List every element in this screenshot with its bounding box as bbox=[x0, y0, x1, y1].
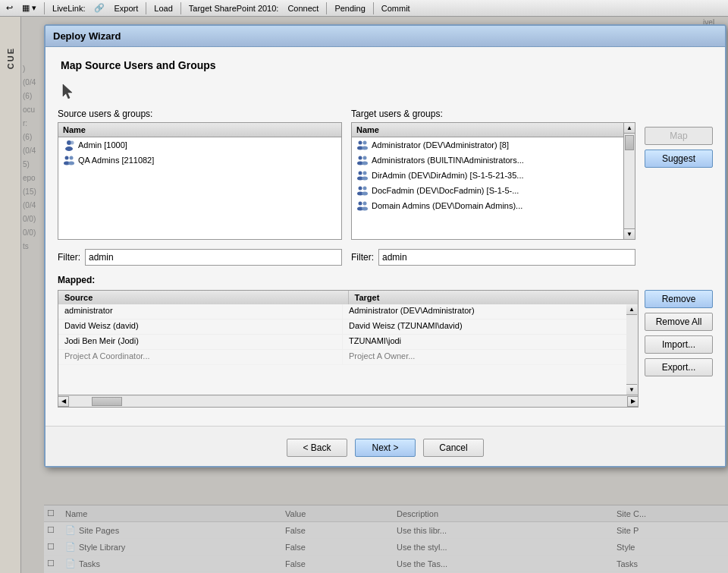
svg-point-10 bbox=[363, 141, 367, 145]
connect-button[interactable]: Connect bbox=[284, 3, 322, 14]
pending-button[interactable]: Pending bbox=[331, 3, 368, 14]
main-area: iveL itle nnou alen usto nks hare ) (0/4… bbox=[21, 17, 728, 573]
scroll-track bbox=[624, 134, 635, 228]
toolbar: ↩ ▦ ▾ LiveLink: 🔗 Export Load Target Sha… bbox=[0, 0, 728, 17]
import-button[interactable]: Import... bbox=[645, 335, 713, 354]
svg-point-23 bbox=[362, 192, 368, 196]
back-button[interactable]: < Back bbox=[287, 439, 347, 457]
left-sidebar: CUE bbox=[0, 17, 21, 573]
target-listbox[interactable]: Name Administrator (DEV\Administrator) [… bbox=[351, 122, 623, 240]
horiz-scroll-thumb[interactable] bbox=[92, 397, 122, 406]
dialog-title: Deploy Wizard bbox=[53, 30, 121, 42]
svg-point-14 bbox=[363, 156, 367, 160]
svg-point-2 bbox=[65, 146, 73, 151]
svg-point-19 bbox=[362, 177, 368, 181]
list-item[interactable]: DirAdmin (DEV\DirAdmin) [S-1-5-21-35... bbox=[352, 168, 623, 183]
remove-button[interactable]: Remove bbox=[645, 290, 713, 308]
livelink-icon-btn[interactable]: 🔗 bbox=[91, 2, 108, 14]
remove-all-button[interactable]: Remove All bbox=[645, 313, 713, 331]
mapped-target-1: David Weisz (TZUNAMI\david) bbox=[343, 320, 626, 334]
svg-point-16 bbox=[359, 172, 362, 175]
dialog-body: Map Source Users and Groups Source users… bbox=[46, 47, 725, 426]
right-action-buttons: Remove Remove All Import... Export... bbox=[645, 290, 713, 408]
undo-button[interactable]: ↩ bbox=[3, 2, 16, 14]
source-listbox[interactable]: Name Admin [1000] bbox=[58, 122, 342, 240]
suggest-button[interactable]: Suggest bbox=[645, 150, 713, 168]
scroll-up-btn[interactable]: ▲ bbox=[624, 123, 635, 134]
mapped-header-target: Target bbox=[349, 291, 639, 304]
livelink-label: LiveLink: bbox=[49, 3, 88, 14]
mapped-row[interactable]: David Weisz (david) David Weisz (TZUNAMI… bbox=[58, 320, 626, 335]
grid-button[interactable]: ▦ ▾ bbox=[19, 2, 39, 14]
target-filter-label: Filter: bbox=[351, 252, 374, 263]
toolbar-separator-1 bbox=[44, 2, 45, 14]
toolbar-separator-3 bbox=[180, 2, 181, 14]
list-item[interactable]: DocFadmin (DEV\DocFadmin) [S-1-5-... bbox=[352, 183, 623, 198]
mapped-scroll-up[interactable]: ▲ bbox=[626, 304, 637, 315]
toolbar-separator-2 bbox=[146, 2, 146, 14]
source-filter-group: Filter: bbox=[58, 249, 342, 266]
cancel-button[interactable]: Cancel bbox=[423, 439, 484, 457]
mapped-section: Mapped: Source Target admin bbox=[58, 275, 713, 408]
mapped-table-wrapper: Source Target administrator Administrato… bbox=[58, 290, 639, 408]
mapped-scrollbar[interactable]: ▲ ▼ bbox=[626, 304, 639, 395]
horiz-scroll-left[interactable]: ◀ bbox=[58, 396, 69, 407]
list-item[interactable]: Administrator (DEV\Administrator) [8] bbox=[352, 137, 623, 153]
export-button-mapped[interactable]: Export... bbox=[645, 358, 713, 376]
svg-point-27 bbox=[362, 207, 368, 211]
target-filter-group: Filter: bbox=[351, 249, 635, 266]
svg-point-20 bbox=[359, 187, 362, 190]
mapped-row[interactable]: Project A Coordinator... Project A Owner… bbox=[58, 350, 626, 365]
mapped-horiz-scroll[interactable]: ◀ ▶ bbox=[58, 395, 639, 408]
list-item[interactable]: QA Admins [211082] bbox=[58, 153, 341, 168]
map-button[interactable]: Map bbox=[645, 127, 713, 145]
mapped-row[interactable]: administrator Administrator (DEV\Adminis… bbox=[58, 304, 626, 320]
target-header: Name bbox=[352, 123, 623, 137]
svg-point-15 bbox=[362, 162, 368, 165]
svg-marker-0 bbox=[63, 84, 72, 99]
target-item-2-name: DirAdmin (DEV\DirAdmin) [S-1-5-21-35... bbox=[372, 171, 524, 180]
scroll-thumb[interactable] bbox=[625, 135, 634, 150]
svg-point-7 bbox=[68, 162, 74, 165]
mapped-source-0: administrator bbox=[58, 304, 343, 319]
horiz-scroll-track bbox=[69, 396, 627, 407]
scroll-down-btn[interactable]: ▼ bbox=[624, 228, 635, 239]
dialog-overlay: Deploy Wizard Map Source Users and Group… bbox=[21, 17, 728, 573]
target-label: Target SharePoint 2010: bbox=[186, 3, 282, 14]
source-item-1-name: QA Admins [211082] bbox=[78, 156, 154, 165]
list-item[interactable]: Administrators (BUILTIN\Administrators..… bbox=[352, 153, 623, 168]
target-item-4-name: Domain Admins (DEV\Domain Admins)... bbox=[372, 201, 522, 210]
mapped-scroll-down[interactable]: ▼ bbox=[626, 384, 637, 395]
mapped-source-1: David Weisz (david) bbox=[58, 320, 343, 334]
filter-row: Filter: Filter: bbox=[58, 249, 713, 266]
source-filter-input[interactable] bbox=[85, 249, 342, 266]
svg-point-8 bbox=[359, 141, 362, 145]
dialog-footer: < Back Next > Cancel bbox=[46, 426, 725, 466]
horiz-scroll-right[interactable]: ▶ bbox=[627, 396, 638, 407]
export-button[interactable]: Export bbox=[111, 3, 141, 14]
group-icon bbox=[356, 200, 369, 212]
list-item[interactable]: Admin [1000] bbox=[58, 137, 341, 153]
svg-point-4 bbox=[65, 156, 69, 160]
toolbar-separator-5 bbox=[373, 2, 374, 14]
next-button[interactable]: Next > bbox=[355, 439, 416, 457]
svg-point-11 bbox=[362, 146, 368, 150]
target-item-3-name: DocFadmin (DEV\DocFadmin) [S-1-5-... bbox=[372, 186, 519, 195]
section-title: Map Source Users and Groups bbox=[58, 59, 713, 71]
commit-button[interactable]: Commit bbox=[378, 3, 413, 14]
livelink-text: LiveLink: bbox=[52, 4, 85, 13]
user-icon bbox=[63, 139, 75, 151]
target-column: Target users & groups: Name bbox=[351, 109, 635, 240]
mapped-row[interactable]: Jodi Ben Meir (Jodi) TZUNAMI\jodi bbox=[58, 335, 626, 350]
mapped-target-2: TZUNAMI\jodi bbox=[343, 335, 626, 349]
load-button[interactable]: Load bbox=[151, 3, 175, 14]
list-item[interactable]: Domain Admins (DEV\Domain Admins)... bbox=[352, 198, 623, 213]
mapped-header: Source Target bbox=[58, 290, 639, 304]
source-label: Source users & groups: bbox=[58, 109, 342, 119]
target-item-0-name: Administrator (DEV\Administrator) [8] bbox=[372, 140, 509, 150]
group-icon bbox=[63, 154, 75, 166]
mapped-rows-container: administrator Administrator (DEV\Adminis… bbox=[58, 304, 626, 395]
target-scrollbar[interactable]: ▲ ▼ bbox=[623, 122, 635, 240]
group-icon bbox=[356, 169, 369, 181]
target-filter-input[interactable] bbox=[378, 249, 635, 266]
